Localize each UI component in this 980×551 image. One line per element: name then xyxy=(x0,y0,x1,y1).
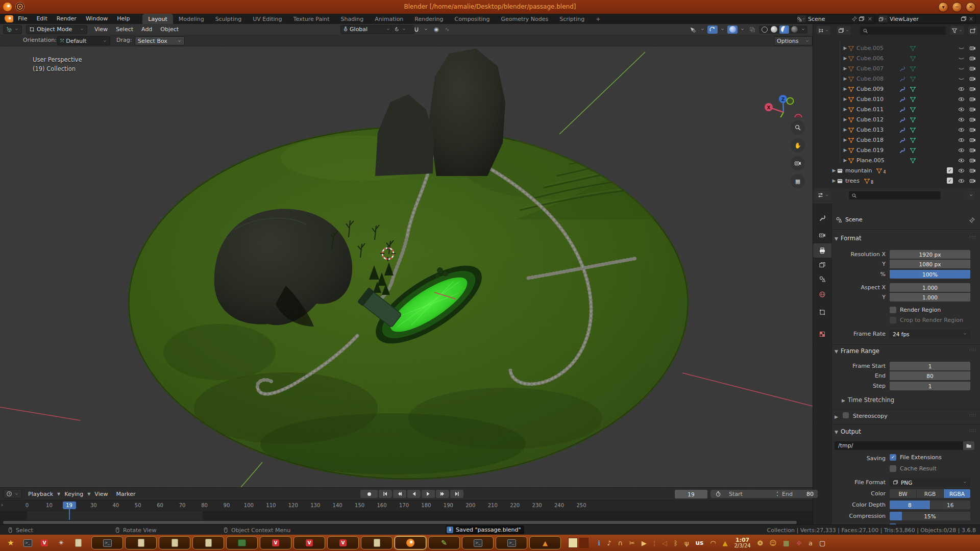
tray-info-icon[interactable]: ℹ xyxy=(598,539,600,547)
proportional-falloff-dropdown[interactable]: ∿ xyxy=(442,26,452,34)
pin-id-icon[interactable] xyxy=(969,217,975,223)
output-path-field[interactable]: /tmp/ xyxy=(835,441,963,450)
tab-animation[interactable]: Animation xyxy=(369,14,409,24)
tray-emoji-icon[interactable]: ☺ xyxy=(770,539,777,547)
browse-folder-button[interactable] xyxy=(963,441,974,450)
eye-closed-icon[interactable] xyxy=(958,45,965,52)
previous-keyframe-button[interactable] xyxy=(393,490,406,498)
expand-arrow[interactable]: ▶ xyxy=(831,178,837,183)
eye-open-icon[interactable] xyxy=(958,96,965,103)
aspect-y-field[interactable]: 1.000 xyxy=(890,293,970,302)
render-region-checkbox[interactable] xyxy=(890,307,896,313)
tray-lamp-icon[interactable]: ❂ xyxy=(757,539,763,547)
eye-open-icon[interactable] xyxy=(958,178,965,184)
frame-end-field[interactable]: 80 xyxy=(890,371,970,380)
eye-open-icon[interactable] xyxy=(958,106,965,113)
workspace-2[interactable] xyxy=(579,538,589,548)
camera-visibility-icon[interactable] xyxy=(969,157,976,164)
jump-to-start-button[interactable] xyxy=(379,490,392,498)
xray-icon[interactable] xyxy=(747,26,757,34)
tray-music-icon[interactable]: ♪ xyxy=(607,539,611,547)
outliner-row-cube-005[interactable]: ▶Cube.005 xyxy=(813,43,980,53)
play-reverse-button[interactable] xyxy=(407,490,421,498)
expand-arrow[interactable]: ▶ xyxy=(831,168,837,173)
eye-open-icon[interactable] xyxy=(958,137,965,143)
menu-window[interactable]: Window xyxy=(81,14,112,24)
shading-wireframe-button[interactable] xyxy=(760,26,769,34)
viewport-menu-add[interactable]: Add xyxy=(137,26,156,33)
play-button[interactable] xyxy=(422,490,435,498)
gizmo-chevron[interactable] xyxy=(699,26,706,34)
tray-calculator-icon[interactable]: ▦ xyxy=(783,539,789,547)
tray-window-switcher-icon[interactable]: ▢ xyxy=(819,539,825,547)
outliner-row-cube-011[interactable]: ▶Cube.011 xyxy=(813,104,980,114)
transform-orientation-dropdown[interactable]: ⛢ Global xyxy=(340,25,394,34)
eye-open-icon[interactable] xyxy=(958,147,965,154)
camera-view-button[interactable] xyxy=(791,156,805,170)
scene-selector[interactable]: Scene ✕ xyxy=(796,14,875,23)
menu-edit[interactable]: Edit xyxy=(32,14,52,24)
expand-arrow[interactable]: ▶ xyxy=(843,45,848,51)
outliner-row-plane-005[interactable]: ▶Plane.005 xyxy=(813,155,980,165)
properties-tab-render[interactable] xyxy=(813,228,831,242)
tab-sculpting[interactable]: Sculpting xyxy=(210,14,247,24)
expand-arrow[interactable]: ▶ xyxy=(843,76,848,81)
xray-chevron[interactable] xyxy=(739,26,746,34)
eye-open-icon[interactable] xyxy=(958,157,965,164)
jump-to-end-button[interactable] xyxy=(450,490,463,498)
eye-closed-icon[interactable] xyxy=(958,65,965,72)
taskbar-window-terminal[interactable]: >_ xyxy=(91,536,123,549)
expand-arrow[interactable]: ▶ xyxy=(843,147,848,153)
navigation-gizmo[interactable]: Z X Y xyxy=(760,66,805,117)
current-frame-field[interactable]: 19 xyxy=(675,490,707,498)
menu-render[interactable]: Render xyxy=(52,14,81,24)
launcher-favorites-star[interactable]: ★ xyxy=(5,537,17,549)
properties-tab-object[interactable] xyxy=(813,305,831,319)
mode-dropdown[interactable]: Object Mode xyxy=(26,25,87,34)
tab-texture-paint[interactable]: Texture Paint xyxy=(288,14,335,24)
color-option-bw[interactable]: BW xyxy=(890,489,916,498)
tray-keyboard-layout-icon[interactable]: us xyxy=(695,539,703,546)
depth-option-8[interactable]: 8 xyxy=(890,500,930,509)
eye-open-icon[interactable] xyxy=(958,86,965,92)
outliner-row-trees[interactable]: ▶trees8✓ xyxy=(813,176,980,186)
timeline-scrollbar[interactable] xyxy=(3,521,797,524)
unlink-scene-icon[interactable]: ✕ xyxy=(866,16,874,22)
tray-headphones-icon[interactable]: ∩ xyxy=(618,539,623,547)
camera-visibility-icon[interactable] xyxy=(969,147,976,154)
options-dropdown[interactable]: Options xyxy=(774,36,813,45)
tray-bluetooth-icon[interactable]: ᛒ xyxy=(674,539,678,547)
workspace-1[interactable] xyxy=(568,538,578,548)
expand-arrow[interactable]: ▶ xyxy=(843,86,848,91)
outliner-filter-mode-button[interactable] xyxy=(837,26,851,35)
editor-type-button[interactable] xyxy=(3,25,22,34)
expand-arrow[interactable]: ▶ xyxy=(843,96,848,102)
tray-clock[interactable]: 1:072/3/24 xyxy=(734,537,750,548)
tab-plus[interactable]: + xyxy=(590,14,606,24)
tray-scissors-icon[interactable]: ✂ xyxy=(629,539,635,547)
outliner-search-input[interactable] xyxy=(860,27,946,35)
properties-tab-world[interactable] xyxy=(813,287,831,302)
shading-chevron[interactable] xyxy=(800,26,806,34)
taskbar-window-blender[interactable] xyxy=(395,536,426,549)
taskbar-window-file-manager[interactable] xyxy=(159,536,190,549)
scale-slider[interactable]: 100% xyxy=(890,270,970,279)
new-collection-button[interactable] xyxy=(968,26,977,35)
outliner-row-cube-012[interactable]: ▶Cube.012 xyxy=(813,114,980,124)
tab-uv-editing[interactable]: UV Editing xyxy=(247,14,287,24)
stereoscopy-checkbox[interactable] xyxy=(843,412,849,418)
camera-visibility-icon[interactable] xyxy=(969,167,976,174)
rolldown-button[interactable]: ▾ xyxy=(938,2,948,12)
blender-menu-icon[interactable] xyxy=(4,15,13,22)
camera-visibility-icon[interactable] xyxy=(969,86,976,92)
viewport-menu-select[interactable]: Select xyxy=(112,26,137,33)
launcher-media-player[interactable]: V xyxy=(38,537,51,549)
snap-toggle[interactable] xyxy=(411,26,422,34)
output-panel-header[interactable]: ▼Output xyxy=(835,428,861,435)
toggle-xray-blue[interactable] xyxy=(727,26,738,34)
viewport-menu-view[interactable]: View xyxy=(90,26,112,33)
properties-tab-tool[interactable] xyxy=(813,211,831,225)
tab-compositing[interactable]: Compositing xyxy=(449,14,496,24)
overlays-chevron[interactable] xyxy=(719,26,726,34)
tab-rendering[interactable]: Rendering xyxy=(409,14,449,24)
